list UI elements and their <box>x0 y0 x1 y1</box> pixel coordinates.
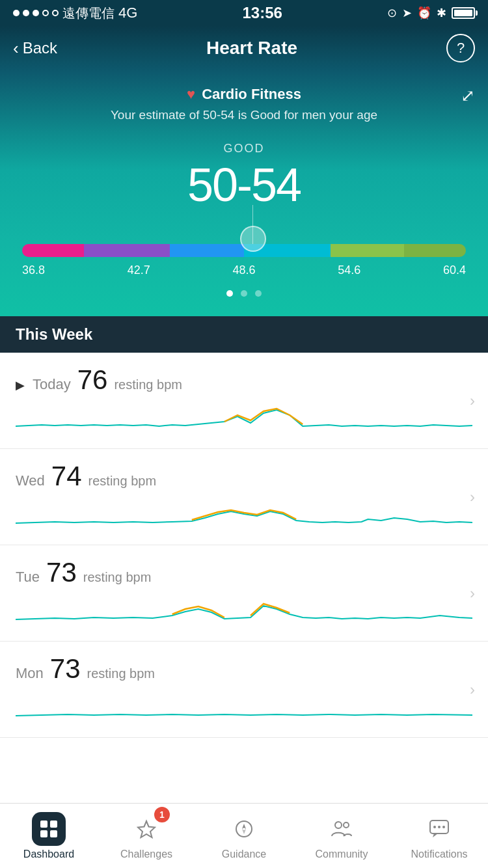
mon-bpm: 73 <box>50 653 81 685</box>
day-row-today-header: ▶ Today 76 resting bpm <box>16 364 472 396</box>
bluetooth-icon: ✱ <box>437 6 446 20</box>
page-dot-3[interactable] <box>255 290 262 297</box>
bar-label-0: 36.8 <box>22 264 45 277</box>
svg-rect-1 <box>50 821 57 828</box>
score-value: 50-54 <box>16 158 472 211</box>
dot-5 <box>52 10 59 16</box>
star-icon <box>137 819 156 839</box>
svg-point-8 <box>335 822 342 828</box>
dot-1 <box>13 10 20 16</box>
location-icon: ➤ <box>402 6 412 20</box>
svg-point-12 <box>438 826 441 828</box>
tab-dashboard-label: Dashboard <box>23 848 74 860</box>
cardio-title-row: ♥ Cardio Fitness <box>16 86 472 103</box>
wed-chart <box>16 500 472 536</box>
svg-point-9 <box>344 822 349 828</box>
bar-label-2: 48.6 <box>232 264 255 277</box>
svg-rect-2 <box>40 830 47 837</box>
page-dots <box>16 290 472 297</box>
dot-4 <box>42 10 49 16</box>
hero-section: ⤢ ♥ Cardio Fitness Your estimate of 50-5… <box>0 73 488 316</box>
svg-marker-4 <box>138 821 155 837</box>
wed-sparkline <box>16 500 472 536</box>
tab-bar: Dashboard 1 Challenges Guidance <box>0 803 488 868</box>
tue-chart <box>16 596 472 632</box>
bar-labels: 36.8 42.7 48.6 54.6 60.4 <box>22 264 466 277</box>
tab-community[interactable]: Community <box>293 804 390 868</box>
day-row-tue[interactable]: Tue 73 resting bpm › <box>0 545 488 642</box>
tab-dashboard-icon-wrap <box>32 812 66 846</box>
tab-community-icon-wrap <box>325 812 359 846</box>
challenges-badge: 1 <box>154 807 170 822</box>
day-row-mon-header: Mon 73 resting bpm <box>16 653 472 685</box>
tab-challenges[interactable]: 1 Challenges <box>98 804 195 868</box>
tab-guidance[interactable]: Guidance <box>195 804 293 868</box>
today-bpm-unit: resting bpm <box>114 377 182 392</box>
wed-chevron-icon: › <box>470 488 475 506</box>
tab-guidance-icon-wrap <box>227 812 261 846</box>
status-time: 13:56 <box>242 4 282 22</box>
today-arrow-icon: ▶ <box>16 378 25 392</box>
tue-chevron-icon: › <box>470 584 475 603</box>
mon-chevron-icon: › <box>470 681 475 699</box>
today-bpm: 76 <box>77 364 108 396</box>
cardio-title-label: Cardio Fitness <box>202 86 301 103</box>
tab-notifications-icon-wrap <box>422 812 456 846</box>
page-dot-1[interactable] <box>226 290 233 297</box>
battery-icon <box>452 7 475 19</box>
fitness-bar-container: 36.8 42.7 48.6 54.6 60.4 <box>22 244 466 277</box>
week-title: This Week <box>16 325 92 343</box>
status-bar: 遠傳電信 4G 13:56 ⊙ ➤ ⏰ ✱ <box>0 0 488 26</box>
tue-bpm-unit: resting bpm <box>83 570 152 585</box>
status-left: 遠傳電信 4G <box>13 5 137 22</box>
compass-icon <box>234 819 254 839</box>
alarm-icon: ⏰ <box>417 6 431 20</box>
carrier-name: 遠傳電信 <box>62 5 115 22</box>
week-header: This Week <box>0 316 488 353</box>
chat-icon <box>429 819 450 839</box>
svg-point-13 <box>442 826 445 828</box>
tab-guidance-label: Guidance <box>222 848 267 860</box>
header: ‹ Back Heart Rate ? <box>0 26 488 73</box>
back-label: Back <box>23 39 57 57</box>
mon-bpm-unit: resting bpm <box>87 666 156 681</box>
tue-sparkline <box>16 596 472 632</box>
mon-label: Mon <box>16 665 44 682</box>
day-row-today[interactable]: ▶ Today 76 resting bpm › <box>0 353 488 449</box>
wed-bpm: 74 <box>51 461 82 492</box>
back-button[interactable]: ‹ Back <box>13 38 57 59</box>
battery-fill <box>454 10 472 16</box>
dot-2 <box>23 10 29 16</box>
indicator-circle <box>240 226 266 252</box>
svg-rect-3 <box>50 830 57 837</box>
help-button[interactable]: ? <box>446 34 475 62</box>
day-row-tue-header: Tue 73 resting bpm <box>16 557 472 588</box>
heart-icon: ♥ <box>187 86 195 103</box>
mon-chart <box>16 692 472 728</box>
wed-bpm-unit: resting bpm <box>88 474 157 489</box>
svg-marker-7 <box>242 829 246 834</box>
today-label: Today <box>33 376 71 393</box>
tab-dashboard[interactable]: Dashboard <box>0 804 98 868</box>
lock-icon: ⊙ <box>387 6 397 20</box>
day-row-wed-header: Wed 74 resting bpm <box>16 461 472 492</box>
tab-notifications[interactable]: Notifications <box>390 804 488 868</box>
day-row-wed[interactable]: Wed 74 resting bpm › <box>0 449 488 545</box>
expand-button[interactable]: ⤢ <box>461 86 475 106</box>
bar-label-3: 54.6 <box>338 264 360 277</box>
day-row-mon[interactable]: Mon 73 resting bpm › <box>0 642 488 738</box>
bar-label-4: 60.4 <box>443 264 466 277</box>
bar-excellent <box>404 244 466 257</box>
tue-label: Tue <box>16 569 40 586</box>
dot-3 <box>33 10 39 16</box>
tab-challenges-label: Challenges <box>120 848 172 860</box>
bar-poor <box>22 244 84 257</box>
back-chevron-icon: ‹ <box>13 38 19 59</box>
today-sparkline <box>16 403 472 439</box>
svg-marker-6 <box>242 824 246 829</box>
tab-challenges-badge-wrap: 1 <box>129 812 163 846</box>
svg-point-5 <box>236 821 252 837</box>
wed-label: Wed <box>16 472 45 489</box>
svg-point-11 <box>433 826 436 828</box>
page-dot-2[interactable] <box>241 290 247 297</box>
